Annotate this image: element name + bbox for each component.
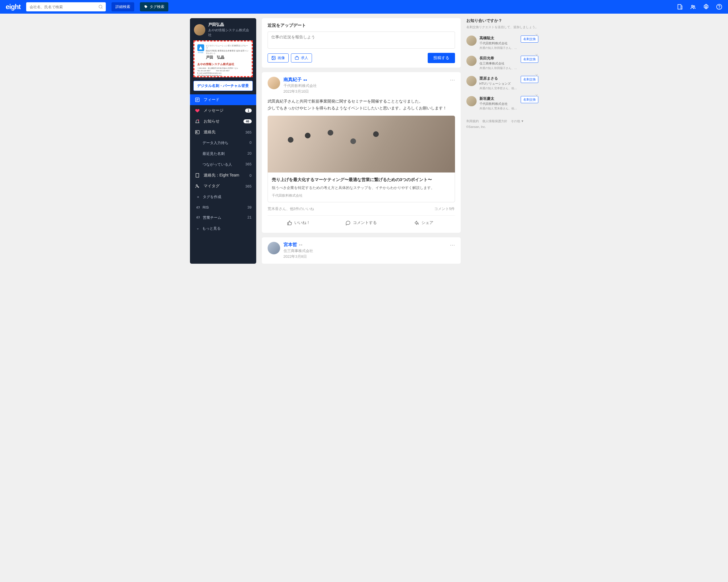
- link-title: 売り上げを最大化するマーケティング〜最適な営業に繋げるための3つのポイント〜: [272, 176, 451, 183]
- tag-icon: 🏷: [196, 205, 200, 210]
- copyright: ©Sansan, Inc.: [466, 125, 538, 129]
- nav-sub-pending[interactable]: データ入力待ち0: [190, 138, 256, 148]
- nav-contacts[interactable]: 連絡先 365: [190, 127, 256, 138]
- post-card: 宮本哲 ●● 住三商事株式会社 2022年3月8日 ⋯: [262, 237, 461, 264]
- post-image[interactable]: [267, 116, 455, 172]
- suggestion-name[interactable]: 高橋聡太: [479, 35, 518, 40]
- suggestion-name[interactable]: 栗原まさる: [479, 76, 518, 81]
- suggestion-item: ✕ 新垣慶太 千代田飲料株式会社 共通の知人 荒木香さん、他… 名刺交換: [466, 93, 538, 113]
- bell-icon: [194, 119, 200, 124]
- digital-card-button[interactable]: デジタル名刺・バーチャル背景: [193, 81, 253, 91]
- svg-line-1: [102, 8, 102, 8]
- svg-point-22: [196, 185, 197, 186]
- avatar[interactable]: [267, 77, 280, 89]
- nav-mytag[interactable]: マイタグ 365: [190, 181, 256, 192]
- building-icon: [194, 173, 200, 178]
- business-card[interactable]: AYAME ビジネスソリューション第１部 事業法人グループ 統括代理(前) 事業…: [193, 40, 253, 77]
- post-author[interactable]: 宮本哲 ●●: [284, 242, 313, 248]
- nav-tag-ris[interactable]: 🏷RIS39: [190, 202, 256, 212]
- avatar[interactable]: [466, 76, 477, 86]
- likes-count[interactable]: 荒木香さん、他3件のいいね: [267, 206, 314, 212]
- composer-input[interactable]: [267, 31, 455, 49]
- verified-icon: ●●: [304, 78, 307, 82]
- suggestion-company: 千代田飲料株式会社: [479, 41, 518, 46]
- nav-tag-more[interactable]: ⌄もっと見る: [190, 223, 256, 234]
- nav-sub-connected[interactable]: つながっている人365: [190, 159, 256, 170]
- verified-icon: ●●: [299, 243, 303, 246]
- gear-icon[interactable]: [703, 4, 709, 10]
- close-icon[interactable]: ✕: [535, 73, 538, 78]
- badge: 1: [245, 109, 251, 113]
- profile-name: 戸田弘晶: [208, 22, 252, 27]
- tag-search-label: タグ検索: [150, 4, 164, 9]
- rightbar-sub: 名刺交換リクエストを送信して、追加しましょう。: [466, 25, 538, 29]
- help-icon[interactable]: [716, 4, 722, 10]
- suggestion-mutual: 共通の知人 宮本哲さん、他…: [479, 86, 518, 90]
- nav-eight-team[interactable]: 連絡先：Eight Team 0: [190, 170, 256, 181]
- composer-title: 近況をアップデート: [267, 23, 455, 28]
- avatar[interactable]: [466, 35, 477, 46]
- advanced-search-button[interactable]: 詳細検索: [111, 2, 134, 11]
- tag-search-button[interactable]: タグ検索: [140, 2, 168, 11]
- svg-point-8: [693, 6, 695, 7]
- plus-icon: ＋: [196, 194, 200, 199]
- nav-messages[interactable]: メッセージ 1: [190, 105, 256, 116]
- nav-notifications[interactable]: お知らせ 46: [190, 116, 256, 127]
- sidebar: 戸田弘晶 あやめ情報システム株式会社 AYAME ビジネスソリューション第１部 …: [190, 18, 256, 264]
- avatar[interactable]: [466, 56, 477, 66]
- link-card[interactable]: 売り上げを最大化するマーケティング〜最適な営業に繋げるための3つのポイント〜 狙…: [267, 172, 455, 202]
- comment-button[interactable]: コメントする: [330, 217, 392, 228]
- building-icon[interactable]: [677, 4, 683, 10]
- close-icon[interactable]: ✕: [535, 33, 538, 37]
- svg-point-7: [692, 5, 693, 7]
- attach-image-button[interactable]: 画像: [267, 53, 289, 62]
- post-button[interactable]: 投稿する: [428, 53, 455, 63]
- post-company: 住三商事株式会社: [284, 248, 313, 253]
- footer-links: 利用規約 個人情報保護方針 その他 ▼: [466, 119, 538, 123]
- suggestion-mutual: 共通の知人 秋田陽子さん、他…: [479, 66, 518, 70]
- header-icons: [677, 4, 722, 10]
- like-button[interactable]: いいね！: [267, 217, 330, 228]
- person-tag-icon: [194, 184, 200, 189]
- search-input[interactable]: [26, 2, 106, 11]
- nav-tag-sales[interactable]: 🏷営業チーム21: [190, 212, 256, 223]
- svg-point-18: [196, 131, 197, 132]
- suggestion-item: ✕ 栗原まさる HTUソリューションズ 共通の知人 宮本哲さん、他… 名刺交換: [466, 73, 538, 93]
- close-icon[interactable]: ✕: [535, 53, 538, 57]
- post-menu-icon[interactable]: ⋯: [450, 77, 455, 94]
- avatar[interactable]: [267, 242, 280, 254]
- logo[interactable]: eight: [6, 3, 21, 11]
- suggestion-name[interactable]: 長田光希: [479, 56, 518, 61]
- svg-rect-19: [196, 173, 199, 177]
- post-date: 2022年3月10日: [284, 89, 317, 94]
- people-icon[interactable]: [690, 4, 696, 10]
- card-logo-icon: [197, 44, 204, 51]
- suggestion-mutual: 共通の知人 秋田陽子さん、…: [479, 46, 518, 50]
- suggestion-company: 住三商事株式会社: [479, 61, 518, 66]
- comments-count[interactable]: コメント5件: [434, 206, 455, 212]
- svg-point-9: [705, 6, 707, 8]
- avatar[interactable]: [466, 96, 477, 106]
- svg-rect-17: [196, 131, 199, 134]
- link-other[interactable]: その他 ▼: [511, 119, 524, 123]
- nav-sub-recent[interactable]: 最近見た名刺20: [190, 148, 256, 159]
- nav-feed[interactable]: フィード: [190, 94, 256, 105]
- link-terms[interactable]: 利用規約: [466, 119, 479, 123]
- rightbar-title: お知り合いですか？: [466, 18, 538, 23]
- suggestion-name[interactable]: 新垣慶太: [479, 96, 518, 101]
- link-desc: 狙うべき企業を特定するための考え方と具体的なステップを、イチからわかりやすく解説…: [272, 185, 451, 191]
- post-body: 武田真紀子さんと共同で新規事業開発に関するセミナーを開催することとなりました。 …: [267, 98, 455, 112]
- svg-rect-25: [295, 57, 298, 60]
- search-icon[interactable]: [98, 4, 103, 9]
- composer-card: 近況をアップデート 画像 求人 投稿する: [262, 18, 461, 67]
- post-author[interactable]: 南真紀子 ●●: [284, 77, 317, 83]
- profile-block[interactable]: 戸田弘晶 あやめ情報システム株式会社: [190, 18, 256, 40]
- close-icon[interactable]: ✕: [535, 93, 538, 98]
- nav-tag-create[interactable]: ＋タグを作成: [190, 192, 256, 202]
- rightbar: お知り合いですか？ 名刺交換リクエストを送信して、追加しましょう。 ✕ 高橋聡太…: [466, 18, 538, 264]
- attach-job-button[interactable]: 求人: [291, 53, 312, 62]
- post-date: 2022年3月8日: [284, 254, 313, 259]
- post-menu-icon[interactable]: ⋯: [450, 242, 455, 259]
- share-button[interactable]: シェア: [392, 217, 455, 228]
- link-privacy[interactable]: 個人情報保護方針: [482, 119, 507, 123]
